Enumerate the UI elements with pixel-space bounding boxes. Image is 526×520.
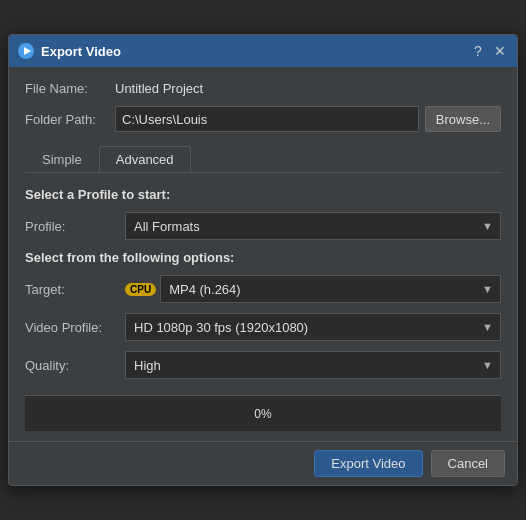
- options-heading: Select from the following options:: [25, 250, 501, 265]
- folder-path-label: Folder Path:: [25, 112, 115, 127]
- quality-select-wrapper: High Medium Low Lossless ▼: [125, 351, 501, 379]
- export-video-button[interactable]: Export Video: [314, 450, 422, 477]
- file-name-row: File Name: Untitled Project: [25, 81, 501, 96]
- cpu-badge: CPU: [125, 283, 156, 296]
- target-row: Target: CPU MP4 (h.264) MKV (h.265) WebM…: [25, 275, 501, 303]
- export-video-dialog: Export Video ? ✕ File Name: Untitled Pro…: [8, 34, 518, 486]
- file-name-value: Untitled Project: [115, 81, 501, 96]
- file-name-label: File Name:: [25, 81, 115, 96]
- profile-heading: Select a Profile to start:: [25, 187, 501, 202]
- profile-select-wrapper: All Formats MP4 MKV AVI WebM ▼: [125, 212, 501, 240]
- target-label: Target:: [25, 282, 125, 297]
- folder-path-row: Folder Path: Browse...: [25, 106, 501, 132]
- title-bar: Export Video ? ✕: [9, 35, 517, 67]
- progress-bar-area: 0%: [25, 395, 501, 431]
- dialog-content: File Name: Untitled Project Folder Path:…: [9, 67, 517, 441]
- close-button[interactable]: ✕: [491, 42, 509, 60]
- tab-bar: Simple Advanced: [25, 146, 501, 173]
- options-section: Select from the following options: Targe…: [25, 250, 501, 379]
- video-profile-select[interactable]: HD 1080p 30 fps (1920x1080) HD 720p 30 f…: [125, 313, 501, 341]
- app-icon: [17, 42, 35, 60]
- tab-simple[interactable]: Simple: [25, 146, 99, 172]
- dialog-title: Export Video: [41, 44, 465, 59]
- video-profile-select-wrapper: HD 1080p 30 fps (1920x1080) HD 720p 30 f…: [125, 313, 501, 341]
- profile-label: Profile:: [25, 219, 125, 234]
- video-profile-label: Video Profile:: [25, 320, 125, 335]
- target-select-wrapper: CPU MP4 (h.264) MKV (h.265) WebM (VP9) ▼: [125, 275, 501, 303]
- help-button[interactable]: ?: [469, 42, 487, 60]
- cancel-button[interactable]: Cancel: [431, 450, 505, 477]
- target-select[interactable]: MP4 (h.264) MKV (h.265) WebM (VP9): [160, 275, 501, 303]
- profile-select[interactable]: All Formats MP4 MKV AVI WebM: [125, 212, 501, 240]
- dialog-footer: Export Video Cancel: [9, 441, 517, 485]
- progress-text: 0%: [254, 407, 271, 421]
- profile-row: Profile: All Formats MP4 MKV AVI WebM ▼: [25, 212, 501, 240]
- quality-label: Quality:: [25, 358, 125, 373]
- folder-path-input[interactable]: [115, 106, 419, 132]
- tab-advanced[interactable]: Advanced: [99, 146, 191, 172]
- browse-button[interactable]: Browse...: [425, 106, 501, 132]
- quality-row: Quality: High Medium Low Lossless ▼: [25, 351, 501, 379]
- profile-section: Select a Profile to start: Profile: All …: [25, 187, 501, 240]
- quality-select[interactable]: High Medium Low Lossless: [125, 351, 501, 379]
- video-profile-row: Video Profile: HD 1080p 30 fps (1920x108…: [25, 313, 501, 341]
- progress-bar: 0%: [29, 406, 497, 422]
